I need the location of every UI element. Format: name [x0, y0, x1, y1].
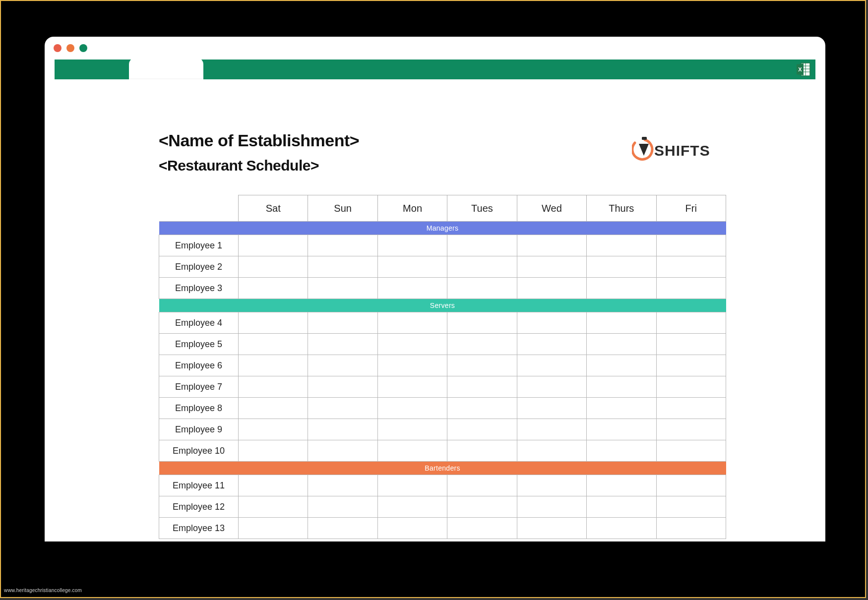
shift-cell[interactable]	[517, 398, 586, 419]
shift-cell[interactable]	[517, 355, 586, 376]
shift-cell[interactable]	[587, 256, 656, 278]
shift-cell[interactable]	[308, 376, 377, 398]
shift-cell[interactable]	[239, 475, 308, 496]
shift-cell[interactable]	[239, 496, 308, 518]
shift-cell[interactable]	[656, 334, 726, 355]
ribbon-active-tab[interactable]	[129, 58, 203, 79]
shift-cell[interactable]	[239, 440, 308, 462]
shift-cell[interactable]	[587, 376, 656, 398]
shift-cell[interactable]	[656, 312, 726, 334]
shift-cell[interactable]	[447, 398, 517, 419]
shift-cell[interactable]	[447, 475, 517, 496]
shift-cell[interactable]	[447, 312, 517, 334]
shift-cell[interactable]	[587, 398, 656, 419]
shift-cell[interactable]	[239, 419, 308, 440]
shift-cell[interactable]	[517, 235, 586, 256]
employee-name[interactable]: Employee 3	[159, 278, 239, 299]
shift-cell[interactable]	[239, 235, 308, 256]
shift-cell[interactable]	[377, 398, 447, 419]
close-icon[interactable]	[54, 44, 62, 52]
shift-cell[interactable]	[587, 278, 656, 299]
employee-name[interactable]: Employee 10	[159, 440, 239, 462]
shift-cell[interactable]	[308, 278, 377, 299]
shift-cell[interactable]	[377, 475, 447, 496]
shift-cell[interactable]	[656, 475, 726, 496]
shift-cell[interactable]	[517, 312, 586, 334]
shift-cell[interactable]	[239, 355, 308, 376]
employee-name[interactable]: Employee 13	[159, 518, 239, 539]
shift-cell[interactable]	[308, 440, 377, 462]
employee-name[interactable]: Employee 9	[159, 419, 239, 440]
shift-cell[interactable]	[656, 419, 726, 440]
maximize-icon[interactable]	[79, 44, 87, 52]
shift-cell[interactable]	[587, 312, 656, 334]
shift-cell[interactable]	[377, 376, 447, 398]
shift-cell[interactable]	[656, 355, 726, 376]
employee-name[interactable]: Employee 12	[159, 496, 239, 518]
shift-cell[interactable]	[239, 334, 308, 355]
shift-cell[interactable]	[517, 256, 586, 278]
shift-cell[interactable]	[517, 278, 586, 299]
shift-cell[interactable]	[308, 475, 377, 496]
shift-cell[interactable]	[308, 355, 377, 376]
shift-cell[interactable]	[587, 419, 656, 440]
shift-cell[interactable]	[517, 440, 586, 462]
shift-cell[interactable]	[239, 278, 308, 299]
shift-cell[interactable]	[308, 419, 377, 440]
employee-name[interactable]: Employee 1	[159, 235, 239, 256]
shift-cell[interactable]	[587, 518, 656, 539]
shift-cell[interactable]	[656, 376, 726, 398]
shift-cell[interactable]	[377, 235, 447, 256]
shift-cell[interactable]	[587, 334, 656, 355]
shift-cell[interactable]	[656, 440, 726, 462]
employee-name[interactable]: Employee 5	[159, 334, 239, 355]
shift-cell[interactable]	[377, 334, 447, 355]
shift-cell[interactable]	[656, 278, 726, 299]
shift-cell[interactable]	[447, 256, 517, 278]
shift-cell[interactable]	[447, 334, 517, 355]
shift-cell[interactable]	[447, 496, 517, 518]
shift-cell[interactable]	[447, 278, 517, 299]
shift-cell[interactable]	[377, 496, 447, 518]
shift-cell[interactable]	[517, 334, 586, 355]
shift-cell[interactable]	[308, 518, 377, 539]
shift-cell[interactable]	[377, 440, 447, 462]
employee-name[interactable]: Employee 11	[159, 475, 239, 496]
day-header[interactable]: Fri	[656, 195, 726, 222]
shift-cell[interactable]	[517, 518, 586, 539]
shift-cell[interactable]	[447, 419, 517, 440]
shift-cell[interactable]	[656, 398, 726, 419]
shift-cell[interactable]	[377, 256, 447, 278]
shift-cell[interactable]	[239, 398, 308, 419]
shift-cell[interactable]	[447, 440, 517, 462]
shift-cell[interactable]	[587, 355, 656, 376]
shift-cell[interactable]	[447, 376, 517, 398]
shift-cell[interactable]	[656, 496, 726, 518]
shift-cell[interactable]	[656, 235, 726, 256]
shift-cell[interactable]	[517, 376, 586, 398]
shift-cell[interactable]	[447, 355, 517, 376]
minimize-icon[interactable]	[66, 44, 74, 52]
shift-cell[interactable]	[377, 419, 447, 440]
shift-cell[interactable]	[587, 496, 656, 518]
shift-cell[interactable]	[239, 518, 308, 539]
employee-name[interactable]: Employee 7	[159, 376, 239, 398]
day-header[interactable]: Sat	[239, 195, 308, 222]
day-header[interactable]: Mon	[377, 195, 447, 222]
shift-cell[interactable]	[587, 475, 656, 496]
shift-cell[interactable]	[517, 475, 586, 496]
day-header[interactable]: Wed	[517, 195, 586, 222]
shift-cell[interactable]	[656, 256, 726, 278]
shift-cell[interactable]	[447, 235, 517, 256]
employee-name[interactable]: Employee 2	[159, 256, 239, 278]
shift-cell[interactable]	[308, 496, 377, 518]
shift-cell[interactable]	[239, 312, 308, 334]
day-header[interactable]: Sun	[308, 195, 377, 222]
shift-cell[interactable]	[656, 518, 726, 539]
shift-cell[interactable]	[308, 334, 377, 355]
shift-cell[interactable]	[517, 419, 586, 440]
shift-cell[interactable]	[517, 496, 586, 518]
employee-name[interactable]: Employee 8	[159, 398, 239, 419]
day-header[interactable]: Thurs	[587, 195, 656, 222]
shift-cell[interactable]	[587, 235, 656, 256]
